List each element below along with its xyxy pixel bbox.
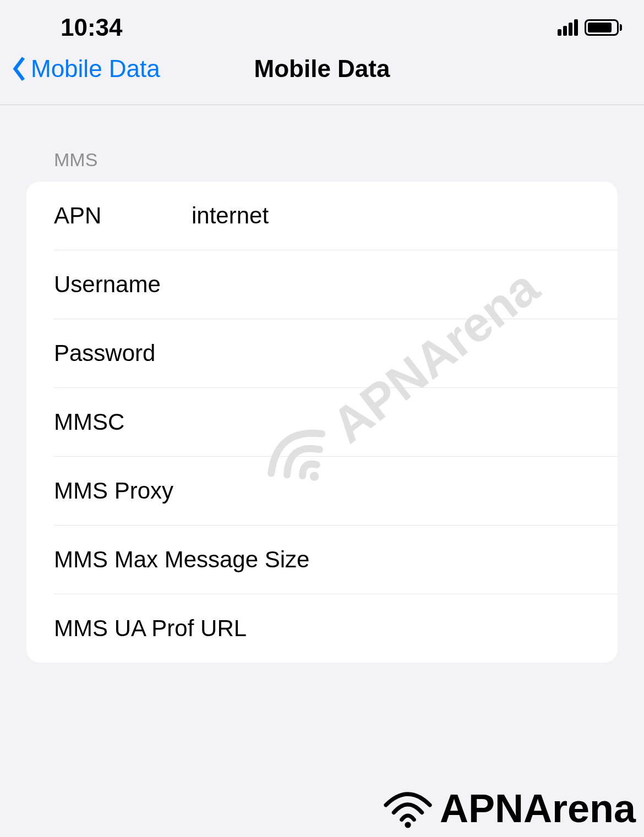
status-bar: 10:34	[0, 0, 644, 50]
mms-max-size-label: MMS Max Message Size	[54, 546, 309, 573]
wifi-icon	[380, 785, 435, 831]
mms-proxy-label: MMS Proxy	[54, 478, 173, 504]
status-icons	[558, 19, 622, 36]
section-header: MMS	[54, 149, 616, 171]
mms-proxy-field[interactable]	[173, 478, 618, 504]
mms-ua-prof-label: MMS UA Prof URL	[54, 615, 247, 642]
apn-field[interactable]	[192, 203, 618, 229]
nav-bar: Mobile Data Mobile Data	[0, 50, 644, 105]
page-title: Mobile Data	[254, 55, 390, 83]
back-label: Mobile Data	[31, 55, 160, 83]
mms-max-size-field[interactable]	[309, 546, 618, 573]
username-field[interactable]	[192, 271, 618, 298]
chevron-left-icon	[11, 55, 28, 83]
status-time: 10:34	[61, 14, 123, 41]
back-button[interactable]: Mobile Data	[11, 55, 160, 83]
mms-ua-prof-field[interactable]	[247, 615, 618, 642]
password-field[interactable]	[192, 340, 618, 366]
signal-icon	[558, 19, 578, 36]
footer-logo-text: APNArena	[440, 786, 636, 831]
svg-point-1	[405, 822, 411, 828]
mmsc-field[interactable]	[192, 409, 618, 435]
username-label: Username	[54, 271, 192, 298]
battery-icon	[585, 19, 622, 36]
apn-label: APN	[54, 203, 192, 229]
footer-logo: APNArena	[380, 785, 636, 831]
settings-group: APN Username Password MMSC MMS Proxy MMS…	[26, 182, 618, 663]
mmsc-label: MMSC	[54, 409, 192, 435]
password-label: Password	[54, 340, 192, 366]
